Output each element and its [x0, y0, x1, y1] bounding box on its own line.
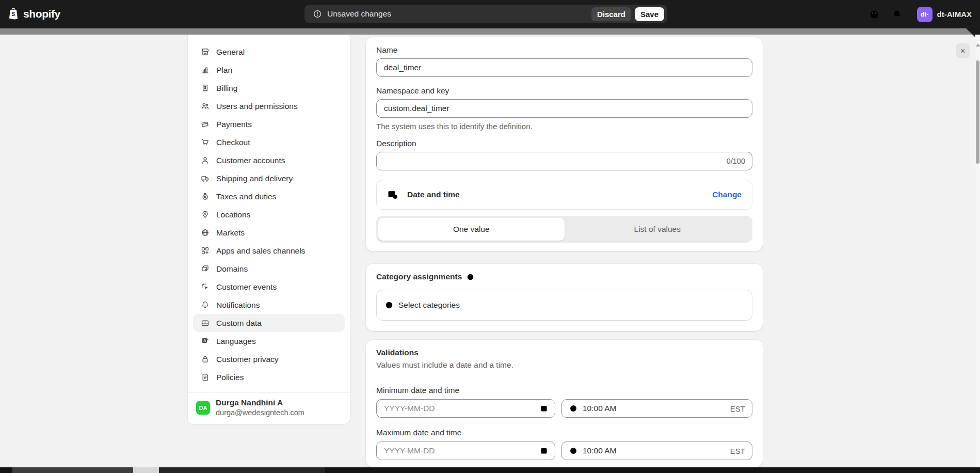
page-scrollbar[interactable]	[975, 35, 980, 468]
sidebar-item-label: Markets	[216, 228, 245, 238]
unsaved-changes-banner: Unsaved changes Discard Save	[304, 5, 667, 23]
user-avatar: DA	[196, 401, 210, 415]
shopify-bag-icon: S	[7, 7, 20, 21]
sidebar-item-policies[interactable]: Policies	[193, 368, 345, 386]
sidebar-item-label: Locations	[216, 210, 250, 219]
sidebar-item-customer-events[interactable]: Customer events	[193, 278, 345, 296]
validations-subtitle: Values must include a date and a time.	[376, 360, 752, 370]
policies-icon	[201, 373, 210, 382]
name-input[interactable]	[376, 58, 752, 77]
calendar-clock-icon	[387, 189, 398, 200]
sidebar-item-label: Users and permissions	[216, 102, 298, 111]
cart-icon	[201, 138, 210, 147]
sidebar-item-label: Custom data	[216, 319, 262, 328]
payments-card-icon	[201, 120, 210, 129]
sidebar-item-apps-and-sales-channels[interactable]: Apps and sales channels	[193, 242, 345, 260]
metafield-definition-form: Name Namespace and key The system uses t…	[366, 37, 763, 467]
sidebar-item-users-and-permissions[interactable]: Users and permissions	[193, 97, 345, 115]
shopify-logo[interactable]: S shopify	[7, 7, 60, 21]
taxes-bag-icon	[201, 192, 210, 201]
sidebar-item-payments[interactable]: Payments	[193, 115, 345, 133]
discard-button[interactable]: Discard	[591, 7, 631, 21]
max-time-input[interactable]: 10:00 AM EST	[561, 442, 752, 460]
max-date-input[interactable]: YYYY-MM-DD	[376, 442, 555, 460]
sidebar-item-general[interactable]: General	[193, 43, 345, 61]
sidebar-item-plan[interactable]: Plan	[193, 61, 345, 79]
sidebar-item-label: Customer events	[216, 282, 277, 292]
sidebar-item-label: Languages	[216, 337, 256, 346]
custom-data-icon	[201, 319, 210, 327]
min-date-input[interactable]: YYYY-MM-DD	[376, 399, 555, 418]
sidebar-item-label: Shipping and delivery	[216, 174, 293, 183]
bottom-edge-strip	[0, 467, 980, 473]
sidebar-item-label: Apps and sales channels	[216, 246, 305, 256]
namespace-key-input[interactable]	[376, 99, 752, 118]
sidebar-item-billing[interactable]: Billing	[193, 79, 345, 97]
sidekick-icon[interactable]	[869, 9, 880, 20]
sidebar-item-label: Notifications	[216, 301, 260, 310]
save-button[interactable]: Save	[635, 7, 664, 21]
clock-icon	[569, 404, 578, 413]
shopify-wordmark: shopify	[23, 8, 60, 20]
max-datetime-label: Maximum date and time	[376, 428, 752, 437]
value-count-toggle: One value List of values	[376, 216, 752, 243]
sidebar-item-label: Taxes and duties	[216, 192, 276, 201]
bell-icon[interactable]	[891, 9, 903, 20]
sidebar-item-taxes-and-duties[interactable]: Taxes and duties	[193, 187, 345, 206]
globe-icon	[201, 228, 210, 237]
domains-icon	[201, 264, 210, 273]
topbar-right: dt- dt-AIMAX	[869, 0, 975, 28]
sidebar-item-notifications[interactable]: Notifications	[193, 296, 345, 314]
store-name: dt-AIMAX	[937, 10, 972, 19]
validations-title: Validations	[376, 348, 752, 357]
list-of-values-tab[interactable]: List of values	[565, 218, 751, 241]
truck-icon	[201, 174, 210, 183]
users-icon	[201, 102, 210, 111]
sidebar-item-locations[interactable]: Locations	[193, 206, 345, 224]
info-circle-icon[interactable]	[466, 273, 475, 281]
category-assignments-card: Category assignments Select categories	[366, 264, 763, 331]
sidebar-user[interactable]: DA Durga Nandhini A durga@wedesigntech.c…	[188, 392, 350, 424]
max-date-placeholder: YYYY-MM-DD	[384, 446, 539, 455]
store-icon	[201, 48, 210, 56]
min-time-input[interactable]: 10:00 AM EST	[561, 399, 752, 418]
scroll-up-arrow-icon[interactable]	[976, 44, 980, 46]
modal-backdrop-strip	[0, 28, 980, 35]
min-time-value: 10:00 AM	[583, 404, 726, 413]
description-input[interactable]	[376, 152, 752, 170]
sidebar-item-label: Customer privacy	[216, 355, 279, 364]
location-pin-icon	[201, 210, 210, 219]
definition-card: Name Namespace and key The system uses t…	[366, 37, 763, 251]
sidebar-item-label: Policies	[216, 373, 244, 382]
close-button[interactable]	[956, 43, 970, 58]
content-type-label: Date and time	[407, 190, 712, 199]
content-type-row: Date and time Change	[376, 180, 752, 210]
sidebar-item-custom-data[interactable]: Custom data	[193, 314, 345, 332]
alert-circle-icon	[313, 9, 322, 19]
sidebar-item-shipping-and-delivery[interactable]: Shipping and delivery	[193, 169, 345, 187]
namespace-help-text: The system uses this to identify the def…	[376, 122, 752, 131]
store-avatar: dt-	[917, 7, 933, 22]
name-label: Name	[376, 45, 752, 55]
billing-receipt-icon	[201, 84, 210, 92]
change-type-link[interactable]: Change	[712, 190, 742, 199]
sidebar-item-customer-accounts[interactable]: Customer accounts	[193, 151, 345, 169]
one-value-tab[interactable]: One value	[378, 218, 565, 241]
sidebar-item-customer-privacy[interactable]: Customer privacy	[193, 350, 345, 368]
sidebar-item-languages[interactable]: ALanguages	[193, 332, 345, 350]
sidebar-item-checkout[interactable]: Checkout	[193, 133, 345, 151]
min-timezone: EST	[730, 404, 745, 413]
clock-icon	[569, 446, 578, 455]
user-email: durga@wedesigntech.com	[216, 408, 304, 417]
cursor-click-icon	[201, 282, 210, 291]
sidebar-item-label: General	[216, 48, 245, 57]
scrollbar-thumb[interactable]	[976, 60, 979, 164]
min-datetime-label: Minimum date and time	[376, 386, 752, 395]
sidebar-item-label: Payments	[216, 120, 252, 129]
sidebar-item-markets[interactable]: Markets	[193, 224, 345, 242]
store-menu[interactable]: dt- dt-AIMAX	[914, 5, 975, 24]
svg-text:A: A	[203, 339, 206, 342]
sidebar-item-label: Checkout	[216, 138, 250, 147]
sidebar-item-domains[interactable]: Domains	[193, 260, 345, 278]
select-categories-button[interactable]: Select categories	[376, 290, 752, 321]
